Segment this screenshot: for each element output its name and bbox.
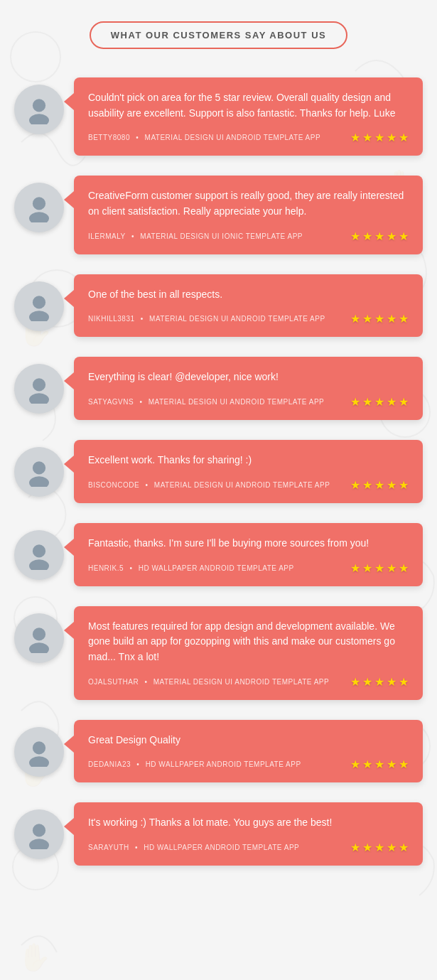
- review-item: Great Design QualityDEDANIA23 • HD Wallp…: [14, 720, 423, 783]
- svg-point-26: [33, 544, 45, 557]
- review-stars: ★★★★★: [350, 131, 409, 144]
- review-stars: ★★★★★: [350, 758, 409, 771]
- star-icon: ★: [350, 675, 360, 689]
- review-text: CreativeForm customer support is really …: [88, 188, 409, 219]
- review-meta: SATYAGVNS • Material Design UI Android T…: [88, 395, 409, 409]
- star-icon: ★: [362, 561, 372, 575]
- svg-point-27: [29, 559, 49, 570]
- review-text: Great Design Quality: [88, 733, 409, 748]
- review-item: Excellent work. Thanks for sharing! :)BI…: [14, 440, 423, 503]
- separator: •: [127, 564, 135, 572]
- bubble-arrow: [64, 622, 74, 639]
- review-item: One of the best in all respects.NIKHILL3…: [14, 274, 423, 338]
- separator: •: [134, 134, 141, 141]
- review-bubble: Fantastic, thanks. I'm sure I'll be buyi…: [74, 523, 423, 586]
- review-stars: ★★★★★: [350, 561, 409, 575]
- separator: •: [134, 760, 142, 768]
- star-icon: ★: [399, 312, 409, 325]
- review-product: Material Design UI Android Template App: [154, 481, 330, 489]
- separator: •: [137, 398, 145, 406]
- avatar: [14, 85, 64, 134]
- star-icon: ★: [350, 561, 360, 575]
- review-stars: ★★★★★: [350, 675, 409, 689]
- user-avatar-icon: [24, 457, 54, 487]
- star-icon: ★: [387, 478, 396, 492]
- star-icon: ★: [374, 758, 384, 771]
- review-bubble: One of the best in all respects.NIKHILL3…: [74, 274, 423, 338]
- review-item: It's working :) Thanks a lot mate. You g…: [14, 802, 423, 866]
- review-item: Everything is clear! @developer, nice wo…: [14, 357, 423, 420]
- review-meta: BISCONCODE • Material Design UI Android …: [88, 478, 409, 492]
- svg-point-31: [29, 756, 49, 767]
- review-stars: ★★★★★: [350, 395, 409, 409]
- star-icon: ★: [374, 131, 384, 144]
- review-stars: ★★★★★: [350, 230, 409, 243]
- bubble-arrow: [64, 191, 74, 208]
- review-meta: ILERMALY • Material Design UI Ionic Temp…: [88, 230, 409, 243]
- star-icon: ★: [362, 312, 372, 325]
- user-avatar-icon: [24, 623, 54, 653]
- review-product: Material Design UI Android Template App: [153, 678, 330, 686]
- svg-point-21: [29, 311, 49, 321]
- star-icon: ★: [350, 131, 360, 144]
- star-icon: ★: [374, 561, 384, 575]
- review-text: Excellent work. Thanks for sharing! :): [88, 453, 409, 468]
- review-author: BETTY8080: [88, 134, 130, 141]
- svg-point-29: [29, 642, 49, 653]
- review-author-info: SARAYUTH • HD Wallpaper Android Template…: [88, 844, 299, 851]
- review-author-info: NIKHILL3831 • Material Design UI Android…: [88, 315, 325, 323]
- star-icon: ★: [362, 131, 372, 144]
- review-text: Most features required for app design an…: [88, 619, 409, 665]
- review-author: DEDANIA23: [88, 760, 131, 768]
- section-title: WHAT OUR CUSTOMERS SAY ABOUT Us: [90, 21, 347, 49]
- review-bubble: Couldn't pick on area for the 5 star rev…: [74, 77, 423, 156]
- review-text: Couldn't pick on area for the 5 star rev…: [88, 90, 409, 121]
- star-icon: ★: [350, 841, 360, 854]
- user-avatar-icon: [24, 291, 54, 321]
- svg-point-19: [29, 212, 49, 223]
- review-author-info: HENRIK.5 • HD Wallpaper Android Template…: [88, 564, 294, 572]
- review-author: BISCONCODE: [88, 481, 139, 489]
- user-avatar-icon: [24, 737, 54, 767]
- page-container: WHAT OUR CUSTOMERS SAY ABOUT Us Couldn't…: [0, 0, 437, 894]
- separator: •: [143, 481, 151, 489]
- star-icon: ★: [399, 230, 409, 243]
- star-icon: ★: [350, 230, 360, 243]
- bubble-arrow: [64, 372, 74, 389]
- review-author: HENRIK.5: [88, 564, 124, 572]
- review-stars: ★★★★★: [350, 478, 409, 492]
- svg-point-16: [33, 99, 45, 112]
- star-icon: ★: [362, 478, 372, 492]
- star-icon: ★: [350, 395, 360, 409]
- review-bubble: Great Design QualityDEDANIA23 • HD Wallp…: [74, 720, 423, 783]
- review-text: Everything is clear! @developer, nice wo…: [88, 370, 409, 385]
- star-icon: ★: [362, 395, 372, 409]
- star-icon: ★: [374, 230, 384, 243]
- separator: •: [133, 844, 141, 851]
- svg-point-18: [33, 198, 45, 210]
- avatar: [14, 809, 64, 859]
- svg-point-22: [33, 379, 45, 392]
- user-avatar-icon: [24, 193, 54, 222]
- review-text: Fantastic, thanks. I'm sure I'll be buyi…: [88, 536, 409, 551]
- star-icon: ★: [362, 675, 372, 689]
- review-author: OJALSUTHAR: [88, 678, 139, 686]
- star-icon: ★: [387, 758, 396, 771]
- review-author-info: SATYAGVNS • Material Design UI Android T…: [88, 398, 324, 406]
- svg-point-23: [29, 394, 49, 404]
- review-author-info: ILERMALY • Material Design UI Ionic Temp…: [88, 232, 303, 240]
- star-icon: ★: [399, 131, 409, 144]
- review-item: Most features required for app design an…: [14, 606, 423, 700]
- svg-text:✋: ✋: [18, 941, 52, 974]
- review-author-info: BISCONCODE • Material Design UI Android …: [88, 481, 330, 489]
- star-icon: ★: [399, 675, 409, 689]
- star-icon: ★: [374, 478, 384, 492]
- bubble-arrow: [64, 736, 74, 753]
- user-avatar-icon: [24, 95, 54, 124]
- star-icon: ★: [387, 395, 396, 409]
- review-bubble: CreativeForm customer support is really …: [74, 176, 423, 254]
- review-meta: OJALSUTHAR • Material Design UI Android …: [88, 675, 409, 689]
- review-meta: HENRIK.5 • HD Wallpaper Android Template…: [88, 561, 409, 575]
- separator: •: [129, 232, 137, 240]
- review-stars: ★★★★★: [350, 312, 409, 325]
